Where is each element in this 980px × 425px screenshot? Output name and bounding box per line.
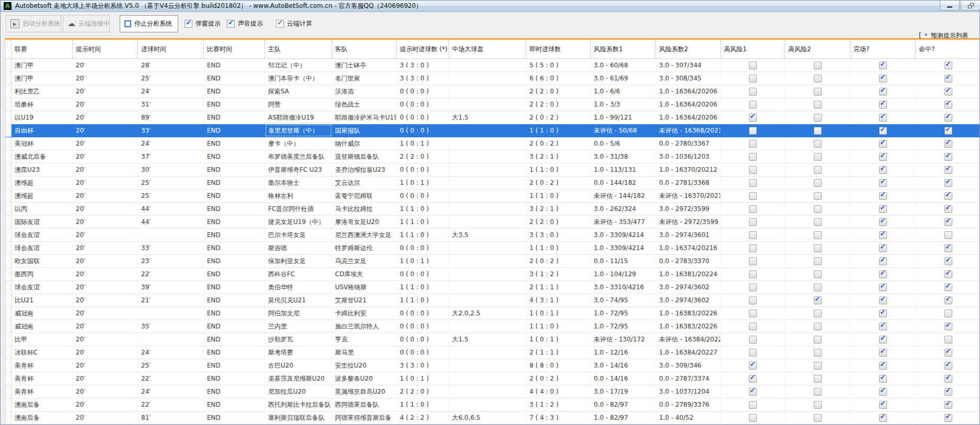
checkbox-hit[interactable]: ✔ (944, 153, 952, 161)
checkbox-high-risk1[interactable] (749, 179, 757, 187)
checkbox-finished[interactable]: ✔ (879, 62, 887, 69)
checkbox-high-risk2[interactable] (814, 388, 822, 396)
checkbox-hit[interactable] (944, 336, 952, 344)
checkbox-high-risk2[interactable] (814, 401, 822, 409)
checkbox-finished[interactable]: ✔ (879, 114, 887, 122)
checkbox-high-risk2[interactable] (814, 244, 822, 252)
checkbox-high-risk1[interactable] (749, 192, 757, 200)
column-header-live-goals[interactable]: 即时进球数 (526, 40, 591, 58)
checkbox-finished[interactable]: ✔ (879, 257, 887, 265)
checkbox-finished[interactable]: ✔ (879, 297, 887, 304)
checkbox-high-risk1[interactable] (749, 270, 757, 278)
checkbox-finished[interactable]: ✔ (879, 218, 887, 226)
checkbox-high-risk1[interactable] (749, 140, 757, 148)
table-row[interactable]: 澳门甲20′28′END邹北记（中）澳门士砵亭3 ( 3 : 0 )5 ( 5 … (5, 59, 979, 72)
checkbox-high-risk2[interactable] (814, 192, 822, 200)
checkbox-high-risk2[interactable] (814, 140, 822, 148)
checkbox-hit[interactable]: ✔ (944, 140, 952, 148)
table-row[interactable]: 欧女国联20′23′END保加利亚女足乌克兰女足1 ( 0 : 1 )2 ( 0… (5, 255, 979, 268)
table-row[interactable]: 澳维超20′25′END墨尔本骑士艾云达尔1 ( 0 : 1 )2 ( 0 : … (5, 176, 979, 190)
checkbox-finished[interactable]: ✔ (879, 284, 887, 291)
checkbox-finished[interactable]: ✔ (879, 388, 887, 396)
checkbox-finished[interactable]: ✔ (879, 179, 887, 187)
column-header-finished[interactable]: 完场? (850, 40, 916, 58)
stop-analysis-button[interactable]: 停止分析系统 (120, 15, 178, 32)
checkbox-high-risk1[interactable] (749, 349, 757, 357)
column-header-high-risk1[interactable]: 高风险1 (721, 40, 785, 58)
table-row[interactable]: 美青杯20′25′END古巴U20安圭拉U203 ( 3 : 0 )8 ( 8 … (5, 359, 979, 372)
checkbox-hit[interactable]: ✔ (944, 257, 952, 265)
checkbox-high-risk1[interactable]: ✔ (749, 388, 757, 396)
checkbox-hit[interactable]: ✔ (944, 101, 952, 109)
checkbox-finished[interactable]: ✔ (879, 323, 887, 330)
checkbox-high-risk2[interactable] (814, 114, 822, 122)
table-row[interactable]: 球会友谊20′33′END斯吉德特罗姆斯达伦0 ( 0 : 0 )1 ( 1 :… (5, 242, 979, 255)
table-row[interactable]: 球会友谊20′END巴尔卡塔女足尼兰西澳洲大学女足1 ( 1 : 0 )大3.5… (5, 229, 979, 242)
checkbox-finished[interactable]: ✔ (879, 349, 887, 357)
maximize-restore-button[interactable] (961, 1, 980, 10)
checkbox-high-risk1[interactable] (749, 336, 757, 344)
checkbox-finished[interactable]: ✔ (879, 205, 887, 213)
checkbox-finished[interactable]: ✔ (879, 101, 887, 109)
checkbox-high-risk1[interactable] (749, 218, 757, 226)
column-header-match-time[interactable]: 比赛时间 (204, 40, 265, 58)
table-row[interactable]: 利比里乙20′24′END探索SA沃洛吉0 ( 0 : 0 )2 ( 2 : 0… (5, 85, 979, 98)
table-row[interactable]: 坦桑杯20′31′END阿赞绿色战士0 ( 0 : 0 )2 ( 2 : 0 )… (5, 98, 979, 111)
cloud-calc-checkbox[interactable]: ✔ 云端计算 (276, 19, 312, 28)
checkbox-high-risk2[interactable] (814, 336, 822, 344)
checkbox-finished[interactable]: ✔ (879, 375, 887, 383)
checkbox-finished[interactable]: ✔ (879, 153, 887, 161)
column-header-away-team[interactable]: 客队 (332, 40, 397, 58)
checkbox-high-risk1[interactable] (749, 310, 757, 317)
table-row[interactable]: 美青杯20′22′END圣基茨及尼维斯U20波多黎各U201 ( 0 : 1 )… (5, 372, 979, 385)
checkbox-high-risk1[interactable] (749, 88, 757, 96)
checkbox-hit[interactable]: ✔ (944, 297, 952, 304)
checkbox-high-risk2[interactable] (814, 127, 822, 135)
checkbox-finished[interactable]: ✔ (879, 192, 887, 200)
column-header-hint-time[interactable]: 提示时间 (73, 40, 138, 58)
checkbox-high-risk1[interactable] (749, 297, 757, 304)
checkbox-high-risk1[interactable] (749, 257, 757, 265)
checkbox-hit[interactable]: ✔ (944, 179, 952, 187)
checkbox-high-risk2[interactable] (814, 349, 822, 357)
checkbox-finished[interactable]: ✔ (879, 310, 887, 317)
sound-alert-checkbox[interactable]: ✔ 声音提示 (227, 19, 263, 28)
table-row[interactable]: 比甲20′END沙勒罗瓦亨克0 ( 0 : 0 )大1.51 ( 0 : 1 )… (5, 333, 979, 346)
checkbox-high-risk2[interactable] (814, 310, 822, 317)
checkbox-high-risk1[interactable] (749, 127, 757, 135)
checkbox-hit[interactable]: ✔ (944, 75, 952, 82)
checkbox-hit[interactable]: ✔ (944, 88, 952, 96)
checkbox-hit[interactable]: ✔ (944, 349, 952, 357)
checkbox-finished[interactable]: ✔ (879, 88, 887, 96)
checkbox-high-risk2[interactable] (814, 231, 822, 239)
checkbox-hit[interactable] (944, 231, 952, 239)
checkbox-high-risk2[interactable] (814, 323, 822, 330)
checkbox-hit[interactable]: ✔ (944, 270, 952, 278)
checkbox-high-risk2[interactable] (814, 179, 822, 187)
checkbox-high-risk2[interactable] (814, 284, 822, 291)
checkbox-finished[interactable]: ✔ (879, 127, 887, 135)
checkbox-high-risk1[interactable] (749, 414, 757, 422)
checkbox-high-risk2[interactable] (814, 88, 822, 96)
table-row[interactable]: 球会友谊20′39′END奥伯华特USV格纳斯1 ( 1 : 0 )2 ( 1 … (5, 281, 979, 294)
checkbox-high-risk2[interactable] (814, 218, 822, 226)
checkbox-high-risk2[interactable] (814, 75, 822, 82)
checkbox-hit[interactable]: ✔ (944, 401, 952, 409)
checkbox-high-risk2[interactable] (814, 375, 822, 383)
checkbox-high-risk2[interactable] (814, 270, 822, 278)
checkbox-high-risk1[interactable]: ✔ (749, 362, 757, 370)
checkbox-finished[interactable]: ✔ (879, 140, 887, 148)
popup-alert-checkbox[interactable]: ✔ 弹窗提示 (185, 19, 221, 28)
checkbox-hit[interactable] (944, 310, 952, 317)
table-row[interactable]: 澳门甲20′25′END澳门本菲卡（中）名门世家3 ( 3 : 0 )6 ( 6… (5, 72, 979, 85)
checkbox-hit[interactable]: ✔ (944, 414, 952, 422)
checkbox-finished[interactable]: ✔ (879, 166, 887, 174)
checkbox-finished[interactable]: ✔ (879, 270, 887, 278)
checkbox-high-risk2[interactable]: ✔ (814, 297, 822, 304)
checkbox-high-risk1[interactable] (749, 284, 757, 291)
checkbox-hit[interactable]: ✔ (944, 375, 952, 383)
minimize-button[interactable] (940, 1, 960, 10)
column-header-handicap[interactable]: 中场大球盘 (449, 40, 526, 58)
column-header-risk2[interactable]: 风险系数2 (656, 40, 721, 58)
table-row[interactable]: 澳南后备20′22′END西托列斯比卡拉后备队西阿德莱后备队1 ( 1 : 0 … (5, 398, 979, 411)
